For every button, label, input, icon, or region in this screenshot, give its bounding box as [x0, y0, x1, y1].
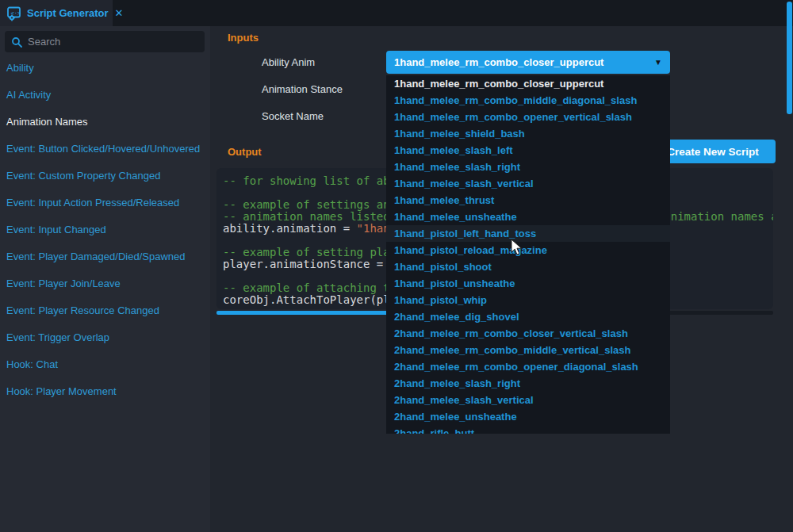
sidebar-item[interactable]: AI Activity — [0, 82, 210, 109]
dropdown-option[interactable]: 1hand_melee_slash_right — [386, 159, 670, 175]
dropdown-option[interactable]: 1hand_melee_rm_combo_middle_diagonal_sla… — [386, 92, 670, 109]
dropdown-option[interactable]: 1hand_pistol_shoot — [386, 258, 670, 275]
dropdown-option[interactable]: 2hand_melee_unsheathe — [386, 408, 670, 425]
ability-anim-dropdown[interactable]: 1hand_melee_rm_combo_closer_uppercut ▼ — [386, 51, 670, 74]
dropdown-option[interactable]: 2hand_melee_rm_combo_opener_diagonal_sla… — [386, 358, 670, 375]
field-label-socket-name: Socket Name — [262, 110, 324, 122]
search-icon — [11, 36, 22, 48]
dropdown-option[interactable]: 2hand_melee_slash_vertical — [386, 392, 670, 408]
field-label-ability-anim: Ability Anim — [262, 56, 315, 68]
dropdown-option[interactable]: 1hand_pistol_left_hand_toss — [386, 225, 670, 242]
sidebar-item[interactable]: Ability — [0, 55, 210, 82]
dropdown-option[interactable]: 2hand_melee_dig_shovel — [386, 308, 670, 325]
sidebar-item[interactable]: Animation Names — [0, 109, 210, 136]
sidebar-item[interactable]: Event: Input Changed — [0, 216, 210, 243]
dropdown-options: 1hand_melee_rm_combo_closer_uppercut1han… — [386, 75, 670, 434]
dropdown-option[interactable]: 1hand_melee_slash_vertical — [386, 175, 670, 192]
field-label-animation-stance: Animation Stance — [262, 83, 343, 95]
sidebar: AbilityAI ActivityAnimation NamesEvent: … — [0, 26, 210, 532]
output-header: Output — [228, 146, 262, 158]
sidebar-item[interactable]: Event: Custom Property Changed — [0, 163, 210, 189]
sidebar-item[interactable]: Hook: Chat — [0, 351, 210, 378]
tab-title: Script Generator — [27, 7, 109, 19]
script-generator-icon: <·> — [6, 6, 22, 21]
dropdown-option[interactable]: 2hand_melee_slash_right — [386, 375, 670, 392]
dropdown-option[interactable]: 2hand_rifle_butt — [386, 425, 670, 434]
sidebar-item[interactable]: Event: Player Damaged/Died/Spawned — [0, 243, 210, 270]
sidebar-item[interactable]: Event: Input Action Pressed/Released — [0, 189, 210, 216]
dropdown-option[interactable]: 1hand_melee_slash_left — [386, 142, 670, 159]
dropdown-option[interactable]: 2hand_melee_rm_combo_middle_vertical_sla… — [386, 342, 670, 358]
dropdown-option[interactable]: 1hand_melee_rm_combo_closer_uppercut — [386, 75, 670, 92]
search-input[interactable] — [28, 36, 186, 48]
sidebar-item[interactable]: Event: Player Resource Changed — [0, 297, 210, 324]
dropdown-option[interactable]: 1hand_melee_rm_combo_opener_vertical_sla… — [386, 109, 670, 125]
dropdown-option[interactable]: 2hand_melee_rm_combo_closer_vertical_sla… — [386, 325, 670, 342]
dropdown-selected-value: 1hand_melee_rm_combo_closer_uppercut — [394, 56, 654, 68]
dropdown-option[interactable]: 1hand_melee_shield_bash — [386, 125, 670, 142]
sidebar-list: AbilityAI ActivityAnimation NamesEvent: … — [0, 55, 210, 405]
dropdown-option[interactable]: 1hand_pistol_unsheathe — [386, 275, 670, 292]
script-generator-window: <·> Script Generator ✕ — [0, 0, 793, 532]
sidebar-item[interactable]: Event: Button Clicked/Hovered/Unhovered — [0, 136, 210, 163]
dropdown-option[interactable]: 1hand_pistol_whip — [386, 292, 670, 308]
chevron-down-icon: ▼ — [654, 58, 662, 67]
search-box[interactable] — [5, 31, 205, 52]
tab-close-icon[interactable]: ✕ — [115, 7, 124, 19]
sidebar-item[interactable]: Hook: Player Movement — [0, 378, 210, 405]
inputs-header: Inputs — [228, 32, 259, 44]
dropdown-option[interactable]: 1hand_melee_unsheathe — [386, 209, 670, 225]
sidebar-item[interactable]: Event: Player Join/Leave — [0, 270, 210, 297]
tab-bar: <·> Script Generator ✕ — [0, 0, 793, 26]
dropdown-option[interactable]: 1hand_melee_thrust — [386, 192, 670, 209]
dropdown-option[interactable]: 1hand_pistol_reload_magazine — [386, 242, 670, 258]
tab-script-generator[interactable]: <·> Script Generator ✕ — [0, 0, 113, 26]
sidebar-item[interactable]: Event: Trigger Overlap — [0, 324, 210, 351]
dropdown-scrollbar-thumb[interactable] — [787, 2, 792, 114]
